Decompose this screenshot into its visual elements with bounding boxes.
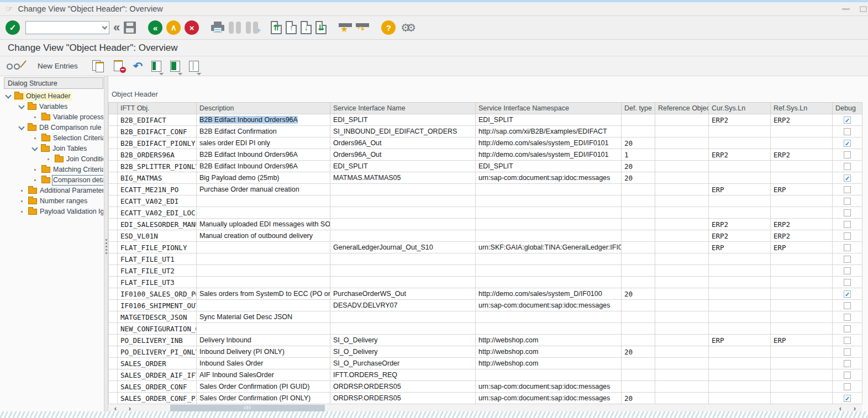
row-selector[interactable]	[109, 253, 118, 265]
cell-cur-sys-ln[interactable]: ERP2	[709, 149, 771, 161]
cell-service-interface-name[interactable]: Orders96A_Out	[330, 149, 476, 161]
cell-description[interactable]: Manually uploaded EDI messages with SO	[197, 219, 330, 230]
cell-service-interface-namespace[interactable]: http://demo.com/sales/system_EDI/IF0101	[476, 149, 622, 161]
print-button[interactable]	[211, 23, 224, 34]
cell-cur-sys-ln[interactable]	[709, 195, 771, 207]
tree-item[interactable]: Variable processir	[4, 112, 103, 123]
cell-service-interface-namespace[interactable]	[476, 184, 622, 195]
cell-cur-sys-ln[interactable]	[709, 161, 771, 172]
row-selector[interactable]	[109, 369, 118, 381]
debug-checkbox[interactable]	[844, 267, 851, 274]
cell-description[interactable]: Inbound Sales Order	[197, 358, 330, 369]
cell-def-type[interactable]	[622, 114, 655, 126]
row-selector[interactable]	[109, 300, 118, 311]
cell-iftt-obj[interactable]: B2B_EDIFACT_CONF	[118, 126, 197, 137]
chevron-down-icon[interactable]	[18, 124, 24, 130]
tree-item[interactable]: Join Tables	[4, 144, 103, 154]
help-button[interactable]: ?	[381, 20, 396, 35]
cell-ref-sys-ln[interactable]	[771, 311, 833, 323]
cell-def-type[interactable]: 20	[622, 137, 655, 149]
row-selector[interactable]	[109, 195, 118, 207]
cell-description[interactable]	[197, 323, 330, 335]
cell-iftt-obj[interactable]: ESD_VL01N	[118, 230, 197, 242]
cell-description[interactable]: AIF Inbound SalesOrder	[197, 369, 330, 381]
cell-service-interface-name[interactable]	[330, 207, 476, 219]
debug-checkbox[interactable]: ✓	[844, 140, 851, 147]
cell-reference-object[interactable]	[655, 288, 709, 300]
new-entries-button[interactable]: New Entries	[32, 60, 83, 72]
cell-service-interface-name[interactable]	[330, 323, 476, 335]
column-header[interactable]	[109, 103, 118, 114]
cell-ref-sys-ln[interactable]	[771, 288, 833, 300]
panel-splitter[interactable]	[104, 76, 108, 411]
row-selector[interactable]	[109, 393, 118, 404]
cell-service-interface-name[interactable]: ORDRSP.ORDERS05	[330, 393, 476, 404]
cell-iftt-obj[interactable]: SALES_ORDER	[118, 358, 197, 369]
cell-ref-sys-ln[interactable]	[771, 172, 833, 184]
cell-reference-object[interactable]	[655, 265, 709, 277]
row-selector[interactable]	[109, 219, 118, 230]
continue-enter-button[interactable]: ✓	[6, 20, 20, 35]
cell-reference-object[interactable]	[655, 253, 709, 265]
row-selector[interactable]	[109, 277, 118, 288]
cell-reference-object[interactable]	[655, 161, 709, 172]
cell-cur-sys-ln[interactable]	[709, 369, 771, 381]
cell-ref-sys-ln[interactable]	[771, 207, 833, 219]
cell-reference-object[interactable]	[655, 219, 709, 230]
cell-service-interface-namespace[interactable]	[476, 277, 622, 288]
debug-checkbox[interactable]	[844, 244, 851, 251]
debug-checkbox[interactable]	[844, 256, 851, 263]
cell-iftt-obj[interactable]: PO_DELIVERY_PI_ONLY	[118, 346, 197, 358]
collapse-command-icon[interactable]: «	[113, 22, 120, 34]
row-selector[interactable]	[109, 242, 118, 253]
row-selector[interactable]	[109, 288, 118, 300]
debug-checkbox[interactable]	[844, 360, 851, 367]
cell-iftt-obj[interactable]: PO_DELIVERY_INB	[118, 335, 197, 346]
cell-def-type[interactable]	[622, 207, 655, 219]
cell-reference-object[interactable]	[655, 358, 709, 369]
debug-checkbox[interactable]	[844, 232, 851, 240]
cell-ref-sys-ln[interactable]: ERP	[771, 335, 833, 346]
cell-service-interface-namespace[interactable]: EDI_SPLIT	[476, 161, 622, 172]
debug-checkbox[interactable]	[844, 279, 851, 286]
cell-service-interface-name[interactable]	[330, 184, 476, 195]
cell-cur-sys-ln[interactable]	[709, 277, 771, 288]
debug-checkbox[interactable]	[844, 128, 851, 135]
row-selector[interactable]	[109, 230, 118, 242]
tree-item-label[interactable]: Object Header	[26, 92, 71, 100]
cell-service-interface-name[interactable]	[330, 230, 476, 242]
cell-service-interface-name[interactable]	[330, 265, 476, 277]
cell-service-interface-namespace[interactable]	[476, 219, 622, 230]
debug-checkbox[interactable]: ✓	[844, 117, 851, 124]
column-right-button[interactable]: ›	[848, 404, 862, 412]
cell-def-type[interactable]	[622, 265, 655, 277]
cell-ref-sys-ln[interactable]	[771, 393, 833, 404]
tree-item[interactable]: Join Conditior	[4, 154, 103, 165]
column-header[interactable]: Service Interface Name	[330, 103, 476, 114]
cell-description[interactable]	[197, 277, 330, 288]
cell-reference-object[interactable]	[655, 242, 709, 253]
tree-item[interactable]: Matching Criteria	[4, 165, 103, 175]
maximize-button[interactable]	[860, 6, 867, 12]
cell-description[interactable]: Sales Order Confirmation (PI ONLY)	[197, 393, 330, 404]
copy-as-button[interactable]	[92, 60, 104, 72]
horizontal-scrollbar[interactable]: ‹ › ⦀⦀⦀ ‹ ›	[108, 404, 862, 412]
cell-ref-sys-ln[interactable]	[771, 369, 833, 381]
cell-reference-object[interactable]	[655, 184, 709, 195]
cell-ref-sys-ln[interactable]	[771, 161, 833, 172]
splitter-grip-icon[interactable]	[106, 239, 107, 241]
cell-ref-sys-ln[interactable]	[771, 323, 833, 335]
cell-iftt-obj[interactable]: B2B_EDIFACT_PIONLY	[118, 137, 197, 149]
cell-reference-object[interactable]	[655, 195, 709, 207]
tree-item[interactable]: Comparison details	[4, 175, 103, 186]
cell-cur-sys-ln[interactable]: ERP	[709, 184, 771, 195]
cell-def-type[interactable]: 20	[622, 172, 655, 184]
tree-item-label[interactable]: Variable processir	[53, 113, 103, 121]
cell-ref-sys-ln[interactable]: ERP	[771, 184, 833, 195]
row-selector[interactable]	[109, 149, 118, 161]
cell-cur-sys-ln[interactable]	[709, 381, 771, 393]
cell-iftt-obj[interactable]: NEW_CONFIGURATION_O…	[118, 323, 197, 335]
cell-def-type[interactable]	[622, 300, 655, 311]
column-header[interactable]: Reference Object...	[655, 103, 709, 114]
cell-description[interactable]	[197, 265, 330, 277]
